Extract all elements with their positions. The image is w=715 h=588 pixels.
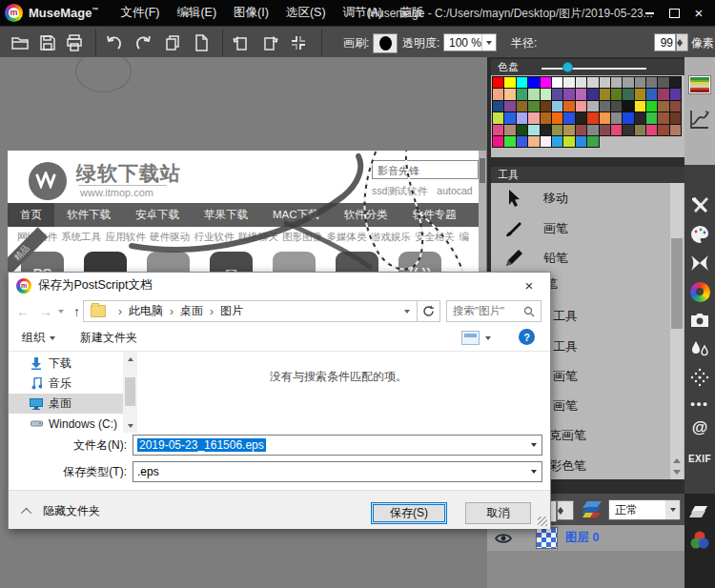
- palette-swatch[interactable]: [563, 77, 574, 88]
- palette-swatch[interactable]: [635, 89, 645, 99]
- tool-item-partial[interactable]: 画笔: [553, 368, 578, 385]
- tool-item-partial[interactable]: 画笔: [553, 397, 578, 415]
- camera-button[interactable]: [687, 308, 712, 333]
- palette-swatch[interactable]: [493, 136, 503, 147]
- palette-swatch[interactable]: [658, 101, 668, 112]
- palette-swatch[interactable]: [635, 125, 645, 135]
- brush-tip-swatch[interactable]: [373, 33, 398, 53]
- palette-swatch[interactable]: [552, 112, 562, 123]
- palette-swatch[interactable]: [658, 112, 668, 123]
- filetype-combobox[interactable]: .eps: [133, 461, 542, 482]
- visibility-eye-icon[interactable]: [495, 532, 512, 545]
- palette-swatch[interactable]: [563, 101, 574, 112]
- redo-button[interactable]: [132, 31, 154, 54]
- palette-swatch[interactable]: [517, 136, 527, 147]
- palette-swatch[interactable]: [517, 112, 527, 123]
- palette-swatch[interactable]: [504, 136, 515, 147]
- palette-swatch[interactable]: [541, 77, 551, 88]
- close-button[interactable]: ×: [686, 4, 711, 23]
- palette-swatch[interactable]: [600, 112, 610, 123]
- palette-swatch[interactable]: [493, 125, 503, 135]
- palette-swatch[interactable]: [576, 136, 586, 147]
- palette-swatch[interactable]: [587, 89, 598, 99]
- layer-thumbnail[interactable]: [536, 527, 558, 549]
- palette-swatch[interactable]: [635, 112, 645, 123]
- palette-swatch[interactable]: [670, 77, 681, 88]
- menu-item-2[interactable]: 图像(I): [225, 5, 277, 21]
- palette-swatch[interactable]: [658, 89, 668, 99]
- layer-row[interactable]: 图层 0: [487, 525, 684, 551]
- open-file-button[interactable]: [9, 31, 31, 54]
- sidebar-item-1[interactable]: 音乐: [9, 374, 123, 394]
- palette-swatch[interactable]: [670, 101, 681, 112]
- palette-swatch[interactable]: [658, 125, 668, 135]
- save-file-button[interactable]: [36, 31, 59, 54]
- tool-item-pencil[interactable]: 铅笔: [491, 243, 670, 273]
- scroll-up-icon[interactable]: [125, 354, 135, 364]
- palette-swatch[interactable]: [611, 125, 622, 135]
- help-button[interactable]: ?: [519, 329, 535, 345]
- palette-swatch[interactable]: [646, 125, 657, 135]
- palette-swatch[interactable]: [528, 89, 539, 99]
- more-button[interactable]: •••: [687, 391, 712, 416]
- dialog-close-button[interactable]: ×: [516, 276, 542, 294]
- search-input[interactable]: 搜索"图片": [446, 300, 541, 322]
- palette-swatch[interactable]: [635, 101, 645, 112]
- palette-swatch[interactable]: [541, 125, 551, 135]
- tools-panel-header[interactable]: 工具: [491, 167, 684, 183]
- organize-button[interactable]: 组织: [22, 330, 55, 346]
- cancel-button[interactable]: 取消: [465, 502, 531, 524]
- palette-swatch[interactable]: [576, 112, 586, 123]
- palette-swatch[interactable]: [493, 112, 503, 123]
- bowtie-tab-button[interactable]: [687, 251, 712, 275]
- palette-swatch[interactable]: [587, 101, 598, 112]
- palette-swatch[interactable]: [528, 101, 539, 112]
- palette-swatch[interactable]: [563, 89, 574, 99]
- palette-swatch[interactable]: [493, 77, 503, 88]
- palette-swatch[interactable]: [493, 101, 503, 112]
- palette-swatch[interactable]: [600, 125, 610, 135]
- save-button[interactable]: 保存(S): [371, 502, 447, 524]
- palette-swatch[interactable]: [541, 136, 551, 147]
- resize-grip[interactable]: [538, 517, 547, 526]
- new-folder-button[interactable]: 新建文件夹: [80, 330, 137, 346]
- breadcrumb-this-pc[interactable]: 此电脑: [129, 303, 163, 319]
- palette-swatch[interactable]: [528, 125, 539, 135]
- tool-item-brush[interactable]: 画笔: [491, 213, 670, 243]
- palette-swatch[interactable]: [611, 89, 622, 99]
- palette-swatch[interactable]: [646, 77, 657, 88]
- tool-item-partial[interactable]: 彩色笔: [549, 457, 586, 475]
- palette-swatch[interactable]: [600, 77, 610, 88]
- sidebar-item-2[interactable]: 桌面: [9, 394, 123, 414]
- filename-combobox[interactable]: 2019-05-23_161506.eps: [133, 435, 542, 456]
- palette-swatch[interactable]: [623, 89, 633, 99]
- filename-value[interactable]: 2019-05-23_161506.eps: [137, 438, 266, 452]
- palette-swatch[interactable]: [528, 77, 539, 88]
- palette-swatch[interactable]: [670, 112, 681, 123]
- breadcrumb[interactable]: › 此电脑 › 桌面 › 图片: [83, 300, 418, 322]
- palette-swatch[interactable]: [670, 89, 681, 99]
- palette-swatch[interactable]: [611, 77, 622, 88]
- tool-item-move[interactable]: 移动: [491, 183, 670, 213]
- curves-button[interactable]: [687, 107, 712, 132]
- address-chevron-icon[interactable]: [404, 310, 410, 314]
- palette-swatch[interactable]: [646, 112, 657, 123]
- radius-slider[interactable]: [541, 68, 646, 70]
- palette-swatch[interactable]: [600, 89, 610, 99]
- maximize-button[interactable]: [662, 4, 686, 23]
- palette-swatch[interactable]: [563, 112, 574, 123]
- palette-swatch[interactable]: [623, 125, 633, 135]
- undo-button[interactable]: [103, 31, 126, 54]
- palette-swatch[interactable]: [623, 112, 633, 123]
- halftone-button[interactable]: [687, 365, 712, 390]
- tools-tab-button[interactable]: [687, 193, 712, 218]
- tool-item-partial[interactable]: 工具: [553, 308, 578, 325]
- history-chevron-icon[interactable]: [58, 310, 64, 314]
- scroll-up-icon[interactable]: [671, 456, 683, 466]
- scroll-down-icon[interactable]: [671, 467, 683, 477]
- palette-swatch[interactable]: [563, 125, 574, 135]
- layer-opacity-stepper[interactable]: [557, 500, 574, 520]
- crop-button[interactable]: [287, 31, 310, 54]
- palette-swatch[interactable]: [576, 101, 586, 112]
- chevron-down-icon[interactable]: [525, 436, 541, 455]
